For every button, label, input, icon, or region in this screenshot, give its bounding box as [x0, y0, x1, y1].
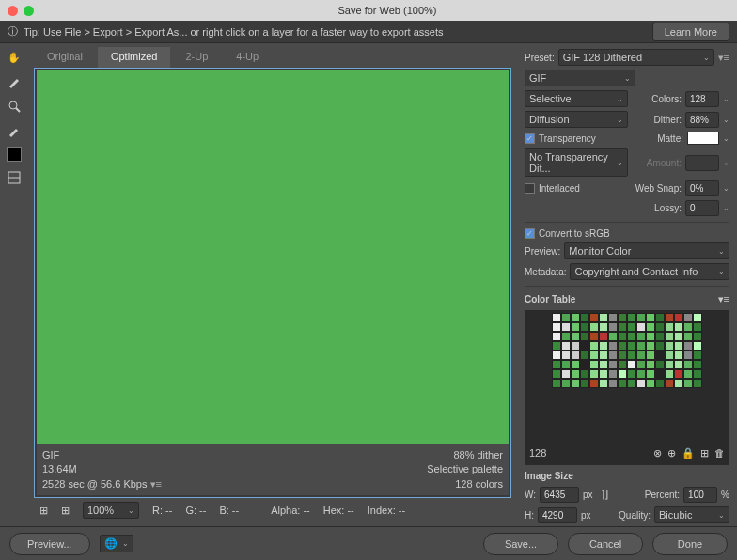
status-grid2-icon[interactable]: ⊞ — [61, 505, 70, 517]
info-download-time: 2528 sec @ 56.6 Kbps — [42, 478, 147, 490]
preview-select[interactable]: Monitor Color⌄ — [564, 242, 729, 259]
interlaced-checkbox[interactable] — [525, 183, 535, 194]
transparency-label: Transparency — [539, 133, 596, 144]
tab-4up[interactable]: 4-Up — [223, 47, 272, 68]
ct-lock-icon[interactable]: 🔒 — [682, 447, 695, 459]
info-dither: 88% dither — [427, 448, 503, 462]
browser-preview-select[interactable]: 🌐⌄ — [100, 535, 133, 552]
preset-menu-icon[interactable]: ▾≡ — [718, 52, 729, 64]
percent-label: Percent: — [645, 490, 680, 500]
cancel-button[interactable]: Cancel — [568, 533, 643, 555]
colors-label: Colors: — [651, 94, 682, 104]
colors-input[interactable] — [685, 91, 719, 107]
preview-button[interactable]: Preview... — [9, 533, 90, 555]
info-format: GIF — [42, 448, 162, 462]
svg-point-0 — [9, 101, 17, 109]
dither-method-select[interactable]: Diffusion⌄ — [525, 111, 628, 128]
tab-original[interactable]: Original — [34, 47, 96, 68]
dither-input[interactable] — [685, 112, 719, 128]
ct-new-icon[interactable]: ⊞ — [700, 447, 709, 459]
metadata-select[interactable]: Copyright and Contact Info⌄ — [570, 263, 729, 280]
status-alpha: Alpha: -- — [271, 505, 310, 516]
tab-2up[interactable]: 2-Up — [172, 47, 221, 68]
window-title: Save for Web (100%) — [45, 5, 729, 16]
amount-input — [685, 155, 719, 171]
window-controls — [8, 6, 34, 16]
metadata-label: Metadata: — [525, 267, 566, 277]
eyedropper-tool-icon[interactable] — [6, 122, 23, 139]
quality-select[interactable]: Bicubic⌄ — [654, 506, 729, 523]
width-label: W: — [525, 490, 536, 500]
close-window[interactable] — [8, 6, 18, 16]
interlaced-label: Interlaced — [539, 183, 580, 194]
quality-label: Quality: — [619, 510, 651, 521]
toggle-slices-icon[interactable] — [6, 169, 23, 186]
zoom-select[interactable]: 100%⌄ — [83, 502, 139, 519]
colortable-menu-icon[interactable]: ▾≡ — [718, 293, 729, 305]
height-input[interactable] — [538, 507, 577, 523]
percent-input[interactable] — [683, 487, 717, 503]
ct-trash-icon[interactable]: 🗑 — [714, 447, 725, 459]
ct-web-icon[interactable]: ⊗ — [653, 447, 662, 459]
status-index: Index: -- — [368, 505, 405, 516]
width-input[interactable] — [540, 487, 579, 503]
slice-tool-icon[interactable] — [6, 73, 23, 90]
view-tabs: Original Optimized 2-Up 4-Up — [34, 47, 511, 68]
colortable-count: 128 — [529, 447, 546, 459]
trans-dither-select[interactable]: No Transparency Dit...⌄ — [525, 148, 628, 177]
color-table: 128 ⊗ ⊕ 🔒 ⊞ 🗑 — [525, 310, 729, 465]
info-size: 13.64M — [42, 462, 162, 476]
lossy-input[interactable] — [685, 200, 719, 216]
color-table-grid[interactable] — [552, 313, 702, 388]
dither-label: Dither: — [654, 115, 682, 125]
svg-line-1 — [16, 108, 20, 112]
titlebar: Save for Web (100%) — [0, 0, 737, 21]
height-label: H: — [525, 510, 534, 521]
matte-label: Matte: — [657, 133, 683, 144]
tool-palette: ✋ — [0, 43, 28, 526]
status-bar: ⊞ ⊞ 100%⌄ R: -- G: -- B: -- Alpha: -- He… — [34, 498, 511, 522]
preset-select[interactable]: GIF 128 Dithered⌄ — [558, 49, 714, 66]
dialog-footer: Preview... 🌐⌄ Save... Cancel Done — [0, 526, 737, 560]
tip-text: Tip: Use File > Export > Export As... or… — [24, 26, 647, 38]
hand-tool-icon[interactable]: ✋ — [6, 49, 23, 66]
zoom-tool-icon[interactable] — [6, 98, 23, 115]
tip-bar: ⓘ Tip: Use File > Export > Export As... … — [0, 21, 737, 43]
preview-label: Preview: — [525, 246, 560, 257]
info-menu-icon[interactable]: ▾≡ — [150, 478, 162, 490]
image-size-header: Image Size — [525, 471, 729, 481]
preview-canvas-container: GIF 13.64M 2528 sec @ 56.6 Kbps ▾≡ 88% d… — [34, 68, 511, 498]
canvas-info-bar: GIF 13.64M 2528 sec @ 56.6 Kbps ▾≡ 88% d… — [37, 444, 509, 495]
eyedropper-color-swatch[interactable] — [7, 147, 22, 162]
status-g: G: -- — [185, 505, 206, 516]
status-b: B: -- — [219, 505, 239, 516]
status-r: R: -- — [152, 505, 172, 516]
preview-canvas[interactable] — [37, 70, 509, 444]
convert-srgb-checkbox[interactable]: ✓ — [525, 228, 535, 239]
info-palette: Selective palette — [427, 462, 503, 476]
info-icon: ⓘ — [8, 24, 18, 39]
status-hex: Hex: -- — [323, 505, 354, 516]
reduction-select[interactable]: Selective⌄ — [525, 90, 628, 107]
websnap-label: Web Snap: — [635, 183, 682, 194]
ct-map-icon[interactable]: ⊕ — [667, 447, 676, 459]
settings-panel: Preset: GIF 128 Dithered⌄ ▾≡ GIF⌄ Select… — [517, 43, 737, 526]
done-button[interactable]: Done — [652, 533, 728, 555]
preset-label: Preset: — [525, 53, 555, 63]
websnap-input[interactable] — [685, 180, 719, 196]
link-icon[interactable]: ⌉⌋ — [601, 489, 608, 501]
zoom-window[interactable] — [24, 6, 34, 16]
matte-swatch[interactable] — [687, 132, 719, 145]
save-button[interactable]: Save... — [483, 533, 558, 555]
tab-optimized[interactable]: Optimized — [98, 47, 171, 68]
lossy-label: Lossy: — [654, 203, 682, 213]
convert-srgb-label: Convert to sRGB — [539, 228, 610, 239]
info-colors: 128 colors — [427, 477, 503, 491]
amount-label: Amount: — [647, 158, 682, 168]
status-grid-icon[interactable]: ⊞ — [39, 505, 48, 517]
learn-more-button[interactable]: Learn More — [652, 23, 729, 41]
colortable-header: Color Table — [525, 294, 575, 304]
format-select[interactable]: GIF⌄ — [525, 70, 635, 86]
transparency-checkbox[interactable]: ✓ — [525, 133, 535, 144]
